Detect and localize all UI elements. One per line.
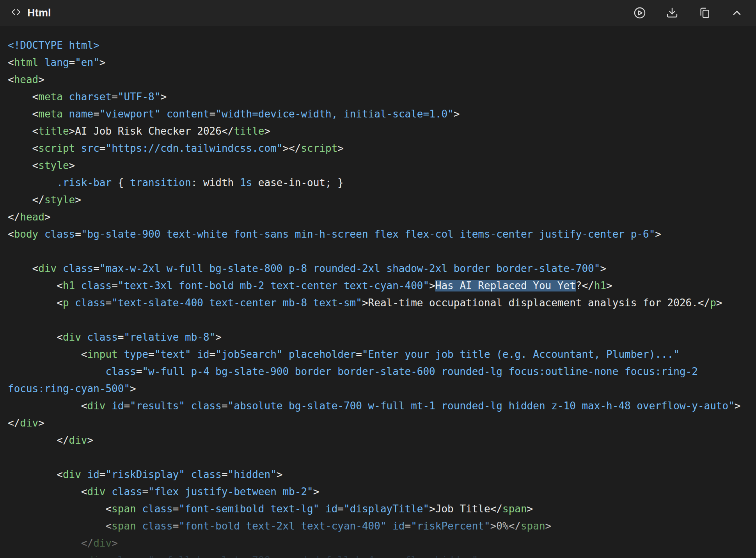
code-token: "flex justify-between mb-2" (148, 486, 313, 498)
code-token: class (81, 280, 112, 291)
code-line: <meta charset="UTF-8"> (8, 88, 756, 105)
code-line: <h1 class="text-3xl font-bold mb-2 text-… (8, 277, 756, 294)
code-token: < (8, 108, 38, 120)
code-token: : width (191, 177, 240, 188)
code-token (81, 331, 87, 343)
code-line: <html lang="en"> (8, 54, 756, 71)
code-token: = (209, 348, 216, 360)
code-token (38, 57, 44, 68)
code-token: > (478, 554, 484, 558)
code-token: script (301, 142, 337, 154)
play-icon[interactable] (633, 6, 646, 20)
code-token: "relative mb-8" (124, 331, 215, 343)
code-token: id (197, 348, 209, 360)
code-token: "displayTitle" (344, 503, 429, 515)
code-token: span (112, 520, 136, 532)
code-token: = (337, 503, 344, 515)
code-token: = (142, 554, 148, 558)
code-token: > (313, 486, 319, 498)
copy-icon[interactable] (698, 6, 711, 20)
code-line (8, 311, 756, 329)
code-icon (10, 6, 22, 20)
code-token (8, 366, 105, 377)
code-token: div (38, 263, 57, 274)
code-line: .risk-bar { transition: width 1s ease-in… (8, 174, 756, 191)
code-token: placeholder (289, 348, 356, 360)
code-token: = (222, 469, 228, 480)
code-token: > (735, 400, 741, 412)
code-line: <style> (8, 157, 756, 174)
code-token (160, 108, 167, 120)
code-token: < (8, 263, 38, 274)
code-token: class (191, 400, 222, 412)
code-token: > (99, 57, 106, 68)
code-token: "font-semibold text-lg" (179, 503, 319, 515)
code-line: <script src="https://cdn.tailwindcss.com… (8, 140, 756, 157)
code-token: < (8, 57, 14, 68)
code-token: head (14, 74, 39, 85)
code-token: "max-w-2xl w-full bg-slate-800 p-8 round… (99, 263, 600, 274)
code-token: "jobSearch" (215, 348, 282, 360)
code-token: </ (8, 434, 69, 446)
code-token: = (112, 280, 118, 291)
code-token: transition (130, 177, 191, 188)
code-token: class (142, 520, 172, 532)
code-content[interactable]: <!DOCTYPE html><html lang="en"><head> <m… (0, 26, 756, 558)
code-token: > (215, 331, 222, 343)
code-token (105, 400, 112, 412)
code-token: div (69, 434, 87, 446)
code-token (105, 554, 112, 558)
code-token: div (87, 554, 106, 558)
code-token: class (112, 554, 142, 558)
code-line: <meta name="viewport" content="width=dev… (8, 105, 756, 123)
code-line: <div id="riskDisplay" class="hidden"> (8, 466, 756, 483)
code-line: focus:ring-cyan-500"> (8, 380, 756, 397)
code-token: = (75, 228, 81, 240)
code-token: < (8, 142, 38, 154)
chevron-up-icon[interactable] (730, 6, 744, 20)
code-token: < (8, 91, 38, 103)
code-token: input (87, 348, 118, 360)
code-token (63, 91, 69, 103)
code-token: = (173, 503, 179, 515)
code-token: > (606, 280, 612, 291)
code-token: = (93, 108, 99, 120)
code-token: class (142, 503, 172, 515)
code-token: < (8, 74, 14, 85)
download-icon[interactable] (665, 6, 679, 20)
code-token: = (124, 400, 130, 412)
code-token: class (63, 263, 93, 274)
code-token: ></ (282, 142, 301, 154)
code-line: class="w-full p-4 bg-slate-900 border bo… (8, 363, 756, 380)
code-token: div (20, 417, 38, 429)
code-token (191, 348, 197, 360)
code-token: > (454, 108, 460, 120)
code-token: </ (8, 194, 44, 206)
code-token: = (105, 297, 112, 309)
code-line: <span class="font-bold text-2xl text-cya… (8, 517, 756, 535)
code-viewer-header: Html (0, 0, 756, 26)
code-token: = (93, 263, 99, 274)
code-token (387, 520, 393, 532)
code-token: = (142, 486, 148, 498)
code-token: span (521, 520, 545, 532)
code-token: < (8, 228, 14, 240)
code-token: </ (8, 537, 93, 549)
code-token: title (38, 125, 69, 137)
code-token: "absolute bg-slate-700 w-full mt-1 round… (228, 400, 735, 412)
code-token: < (8, 486, 87, 498)
code-line: <div class="relative mb-8"> (8, 329, 756, 346)
code-token: .risk-bar (57, 177, 112, 188)
code-token: >Real-time occupational displacement ana… (362, 297, 710, 309)
code-token: > (75, 194, 81, 206)
code-token: > (112, 537, 118, 549)
code-token: body (14, 228, 39, 240)
panel-title: Html (27, 7, 51, 19)
code-token: class (87, 331, 118, 343)
code-token: "width=device-width, initial-scale=1.0" (215, 108, 453, 120)
code-line (8, 449, 756, 466)
code-token: id (87, 469, 99, 480)
code-token: h1 (594, 280, 606, 291)
code-token: div (63, 469, 81, 480)
code-token: < (8, 280, 63, 291)
